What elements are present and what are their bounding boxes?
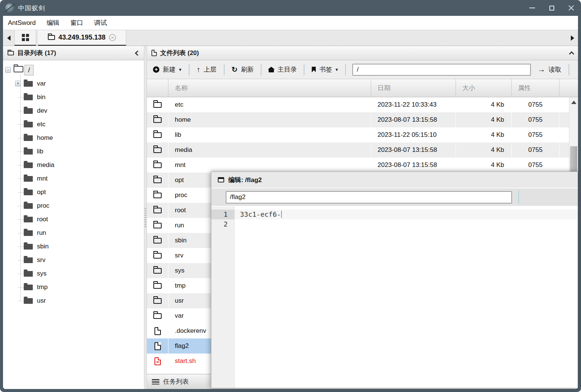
tree-item-media[interactable]: media [3, 158, 144, 172]
refresh-button[interactable]: 刷新 [229, 65, 256, 74]
tree-item-srv[interactable]: srv [3, 253, 144, 267]
editor-code-area[interactable]: 33c1-ecf6- [235, 207, 578, 388]
tree-item-root[interactable]: - / [3, 63, 144, 77]
tab-scroll-right-button[interactable] [567, 30, 578, 46]
tree-connector [18, 138, 24, 138]
tree-item-proc[interactable]: proc [3, 199, 144, 213]
expander-minus-icon[interactable]: - [5, 67, 11, 73]
new-caret-icon [179, 67, 182, 72]
bookmark-caret-icon [335, 67, 338, 72]
file-row-icon-cell [147, 263, 168, 278]
close-icon [568, 5, 574, 11]
file-filler-cell [560, 97, 569, 112]
editor-window: 编辑: /flag2 12 33c1-ecf6- [211, 172, 578, 388]
file-row-home[interactable]: home2023-08-07 13:15:584 Kb0755 [147, 112, 569, 127]
editor-title-bar[interactable]: 编辑: /flag2 [211, 172, 578, 188]
home-button-label: 主目录 [277, 65, 297, 74]
editor-code-line[interactable] [235, 219, 578, 229]
tree-item-label: run [37, 229, 46, 237]
tree-item-opt[interactable]: opt [3, 185, 144, 199]
tree-item-tmp[interactable]: tmp [3, 280, 144, 294]
folder-icon [24, 190, 33, 195]
file-row-etc[interactable]: etc2023-11-22 10:33:434 Kb0755 [147, 97, 569, 112]
tree-item-root[interactable]: root [3, 213, 144, 226]
collapse-left-icon[interactable] [135, 50, 140, 55]
folder-icon [24, 257, 33, 263]
read-button[interactable]: 读取 [535, 65, 564, 74]
folder-icon [24, 298, 33, 304]
tree-item-label: tmp [37, 283, 47, 291]
file-row-media[interactable]: media2023-08-07 13:15:584 Kb0755 [147, 142, 569, 158]
up-level-button[interactable]: 上层 [194, 65, 219, 74]
column-header-perm[interactable]: 属性 [512, 79, 560, 97]
editor-body[interactable]: 12 33c1-ecf6- [211, 207, 578, 388]
tree-item-label: opt [37, 188, 46, 196]
bookmark-icon [312, 67, 316, 72]
title-bar: 中国蚁剑 [0, 0, 581, 16]
column-header-name[interactable]: 名称 [168, 79, 371, 97]
toolbar-separator [261, 64, 261, 75]
scrollbar-up-button[interactable] [569, 97, 578, 107]
task-list-icon [152, 379, 159, 384]
tree-item-label: sbin [37, 243, 49, 250]
folder-icon [24, 203, 33, 209]
column-header-filler [560, 79, 578, 97]
menu-edit[interactable]: 编辑 [47, 18, 60, 27]
close-button[interactable] [561, 0, 581, 16]
toolbar-separator [224, 64, 225, 75]
tree-item-mnt[interactable]: mnt [3, 172, 144, 185]
menu-debug[interactable]: 调试 [94, 18, 107, 27]
file-date-cell: 2023-08-07 13:15:58 [371, 112, 456, 127]
maximize-button[interactable] [542, 0, 561, 16]
tree-item-label: home [37, 134, 53, 142]
editor-code-line[interactable]: 33c1-ecf6- [235, 210, 578, 219]
tree-item-home[interactable]: home [3, 131, 144, 145]
tree-item-var[interactable]: +var [3, 77, 144, 90]
tree-item-dev[interactable]: dev [3, 104, 144, 118]
path-input[interactable] [352, 64, 531, 76]
tree-root-label[interactable]: / [24, 65, 34, 75]
minimize-button[interactable] [522, 0, 542, 16]
tree-item-sbin[interactable]: sbin [3, 240, 144, 253]
menu-antsword[interactable]: AntSword [8, 19, 36, 27]
home-dir-button[interactable]: 主目录 [266, 65, 299, 74]
tab-scroll-left-button[interactable] [3, 30, 14, 46]
column-header-date[interactable]: 日期 [371, 79, 456, 97]
folder-icon [24, 149, 33, 155]
tab-close-icon[interactable] [109, 34, 116, 41]
read-icon [538, 65, 545, 74]
tree-item-run[interactable]: run [3, 226, 144, 240]
panel-splitter[interactable] [144, 46, 147, 389]
expander-plus-icon[interactable]: + [15, 81, 21, 86]
column-header-icon [147, 79, 168, 97]
minimize-icon [529, 8, 535, 8]
column-header-size[interactable]: 大小 [456, 79, 512, 97]
file-row-mnt[interactable]: mnt2023-08-07 13:15:584 Kb0755 [147, 158, 569, 173]
file-row-icon-cell [147, 354, 168, 369]
bookmark-button[interactable]: 书签 [309, 65, 340, 74]
editor-path-input[interactable] [226, 191, 512, 204]
editor-toolbar [211, 188, 578, 207]
file-row-lib[interactable]: lib2023-11-22 05:15:104 Kb0755 [147, 127, 569, 142]
tab-shell-session[interactable]: 43.249.195.138 [38, 30, 126, 46]
new-button[interactable]: 新建 [151, 65, 184, 74]
tree-connector [18, 179, 24, 179]
toolbar-separator [304, 64, 304, 75]
tree-item-bin[interactable]: bin [3, 90, 144, 104]
folder-icon [24, 176, 33, 182]
tree-item-lib[interactable]: lib [3, 145, 144, 158]
tab-overview-button[interactable] [14, 30, 36, 46]
app-window: 中国蚁剑 AntSword 编辑 窗口 调试 43.249.195.138 [0, 0, 581, 392]
file-filler-cell [560, 158, 569, 173]
directory-tree: - / +varbindevetchomelibmediamntoptprocr… [3, 60, 144, 389]
folder-icon [24, 230, 33, 236]
tree-connector [18, 124, 24, 125]
tree-item-label: bin [37, 93, 46, 101]
tree-item-etc[interactable]: etc [3, 118, 144, 131]
tree-item-sys[interactable]: sys [3, 267, 144, 280]
folder-icon [153, 238, 162, 243]
menu-window[interactable]: 窗口 [70, 18, 83, 27]
collapse-up-icon[interactable] [569, 51, 574, 56]
tree-item-usr[interactable]: usr [3, 294, 144, 308]
folder-icon [24, 122, 33, 127]
